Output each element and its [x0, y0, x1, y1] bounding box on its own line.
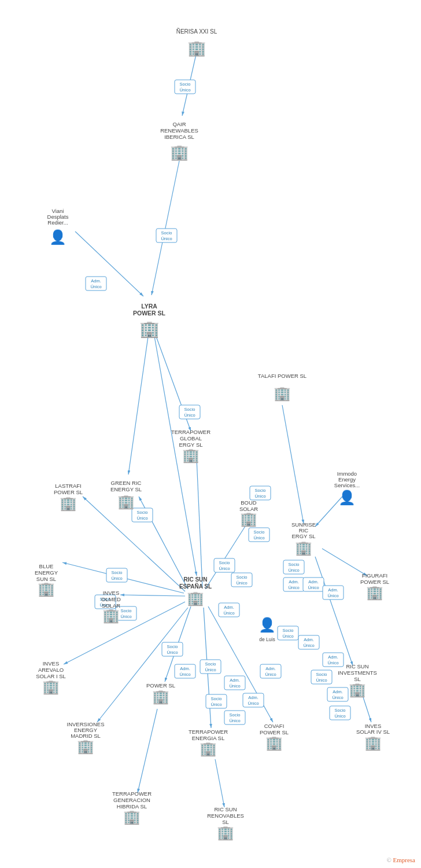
icon-boud-solar: 🏢 [240, 510, 257, 527]
node-terrapower-energia: TERRAPOWER ENERGIA SL 🏢 [189, 729, 228, 757]
label-inves-olmed: INVES [103, 590, 120, 596]
label-covafi-power: COVAFI [264, 723, 285, 729]
label-talafi: TALAFI POWER SL [258, 373, 306, 379]
badge-text-2: Socio [161, 230, 172, 236]
icon-terrapower-generacion: 🏢 [123, 808, 141, 825]
icon-sunrise-ric: 🏢 [295, 539, 312, 556]
svg-text:Único: Único [120, 614, 131, 619]
svg-text:Socio: Socio [289, 562, 300, 567]
icon-nerisa: 🏢 [187, 39, 206, 57]
node-power-sl: POWER SL 🏢 [146, 682, 175, 705]
svg-text:Socio: Socio [219, 560, 230, 565]
svg-text:Único: Único [288, 568, 299, 573]
icon-inves-solar-iv: 🏢 [364, 734, 382, 751]
svg-text:POWER SL: POWER SL [133, 310, 166, 317]
svg-text:RENEWABLES: RENEWABLES [160, 127, 198, 134]
node-green-ric: GREEN RIC ENERGY SL 🏢 [110, 480, 142, 510]
svg-text:Socio: Socio [112, 570, 123, 575]
icon-inves-arevalo: 🏢 [42, 678, 60, 695]
svg-text:Único: Único [111, 576, 122, 581]
svg-text:Único: Único [248, 701, 258, 706]
label-ric-sun-investments-2: INVESTMENTS [338, 670, 377, 676]
svg-text:Único: Único [303, 643, 314, 648]
svg-text:Adm.: Adm. [289, 579, 299, 584]
node-inves-olmed: INVES OLMED SOLAR 🏢 [101, 590, 121, 624]
svg-text:Socio: Socio [316, 672, 327, 677]
corporate-graph: Socio Único Socio Único Adm. Único Socio… [0, 0, 421, 868]
svg-text:Único: Único [211, 702, 221, 707]
label-nerisa: ÑERISA XXI SL [176, 28, 217, 35]
icon-covafi-power: 🏢 [265, 734, 283, 751]
svg-text:Socio: Socio [335, 708, 346, 713]
svg-text:Único: Único [205, 667, 216, 672]
svg-text:Socio: Socio [255, 488, 266, 493]
svg-text:Único: Único [334, 713, 345, 719]
node-ric-sun-renovables: RIC SUN RENOVABLES SL 🏢 [207, 806, 244, 841]
icon-terrapower-global: 🏢 [182, 447, 200, 464]
svg-text:Único: Único [254, 494, 265, 499]
svg-text:OLMED: OLMED [101, 596, 121, 602]
edge-ric-inversiones [97, 608, 188, 722]
label-terrapower-global: TERRAPOWER [171, 429, 211, 435]
node-qair: QAIR RENEWABLES IBERICA SL 🏢 [160, 121, 198, 161]
svg-text:de Luis: de Luis [259, 637, 275, 642]
svg-text:Adm.: Adm. [224, 605, 234, 610]
svg-text:Socio: Socio [121, 608, 132, 613]
svg-text:Único: Único [167, 650, 178, 655]
icon-de-luis: 👤 [258, 616, 276, 633]
label-ric-sun-renovables: RIC SUN [214, 806, 237, 812]
svg-text:Único: Único [136, 516, 147, 521]
icon-inves-olmed: 🏢 [102, 607, 120, 624]
label-boud-solar: BOUD [241, 499, 257, 506]
icon-figurafi: 🏢 [366, 584, 383, 601]
svg-text:SOLAR IV SL: SOLAR IV SL [356, 729, 390, 735]
icon-power-sl: 🏢 [152, 688, 169, 705]
node-lyra: LYRA POWER SL 🏢 [133, 303, 166, 339]
edge-sunrise-figurafi [322, 549, 367, 576]
svg-text:Adm.: Adm. [265, 666, 276, 671]
svg-text:Socio: Socio [211, 696, 222, 701]
icon-terrapower-energia: 🏢 [200, 740, 217, 757]
badge-text-1b: Único [179, 87, 190, 93]
svg-text:Socio: Socio [137, 510, 148, 515]
svg-text:Único: Único [327, 593, 338, 598]
icon-inversiones-energy: 🏢 [77, 738, 94, 755]
svg-text:Único: Único [184, 413, 195, 418]
edge-ric-terrapower2 [197, 458, 202, 587]
node-terrapower-generacion: TERRAPOWER GENERACION HIBRIDA SL 🏢 [112, 790, 152, 825]
label-terrapower-generacion: TERRAPOWER [112, 790, 152, 797]
svg-text:Único: Único [282, 634, 293, 639]
svg-text:Adm.: Adm. [180, 666, 190, 671]
icon-lastrafi: 🏢 [60, 495, 77, 512]
node-sunrise-ric: SUNRISE RIC ERGY SL 🏢 [291, 521, 316, 556]
badge-text-1: Socio [180, 82, 191, 87]
node-boud-solar: BOUD SOLAR 🏢 [239, 499, 258, 527]
watermark: © Empresa [386, 856, 415, 863]
svg-text:ENERGY  SL: ENERGY SL [110, 486, 142, 492]
label-terrapower-energia: TERRAPOWER [189, 729, 228, 735]
svg-text:Socio: Socio [237, 575, 248, 580]
svg-text:ESPAÑA SL: ESPAÑA SL [179, 583, 212, 590]
svg-text:Único: Único [223, 610, 234, 616]
svg-text:Socio: Socio [167, 644, 178, 649]
icon-viani: 👤 [49, 229, 67, 245]
svg-text:Socio: Socio [205, 661, 216, 667]
label-inves-arevalo: INVES [43, 660, 60, 667]
edge-invest-solar4 [363, 697, 371, 722]
icon-blue-energy: 🏢 [38, 580, 55, 597]
svg-text:ERGY  SL: ERGY SL [291, 533, 315, 539]
svg-text:RENOVABLES: RENOVABLES [207, 812, 244, 819]
svg-text:Único: Único [179, 672, 190, 677]
node-blue-energy: BLUE ENERGY SUN SL 🏢 [35, 563, 58, 597]
icon-ric-sun-espana: 🏢 [187, 590, 204, 606]
node-nerisa: ÑERISA XXI SL 🏢 [176, 28, 217, 57]
edge-terrapower_energia-renovables [215, 759, 224, 807]
node-de-luis: 👤 de Luis [258, 616, 276, 642]
svg-text:Socio: Socio [230, 712, 241, 718]
label-qair: QAIR [172, 121, 186, 127]
svg-text:Socio: Socio [283, 628, 294, 633]
svg-text:Adm.: Adm. [304, 637, 314, 642]
icon-qair: 🏢 [170, 143, 189, 161]
svg-text:Único: Único [236, 580, 247, 586]
icon-ric-sun-renovables: 🏢 [217, 824, 234, 841]
